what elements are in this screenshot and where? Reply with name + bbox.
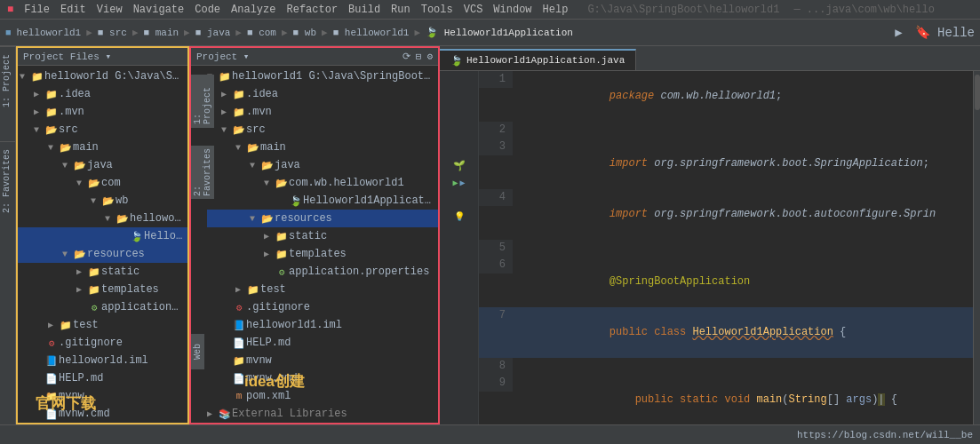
tree-wb[interactable]: ▼ 📂 wb — [18, 192, 187, 210]
menu-vcs[interactable]: VCS — [464, 4, 483, 16]
tree-m-app-props[interactable]: ⚙ application.properties — [207, 263, 438, 281]
tree-label: .mvn — [246, 106, 434, 118]
folder-icon: 📂 — [87, 178, 101, 189]
tree-m-mvnw-cmd[interactable]: 📄 mvnw.cmd — [207, 369, 438, 387]
tree-label: application.prope — [101, 301, 184, 313]
menu-run[interactable]: Run — [391, 4, 410, 16]
tree-java[interactable]: ▼ 📂 java — [18, 156, 187, 174]
project-label[interactable]: Project ▾ — [196, 51, 249, 62]
tree-m-pom[interactable]: m pom.xml — [207, 387, 438, 405]
arrow-icon: ▶ — [207, 408, 218, 419]
tree-m-mvn[interactable]: ▶ 📁 .mvn — [207, 103, 438, 121]
folder-icon: 📁 — [59, 320, 73, 331]
breadcrumb-helloworld1-pkg[interactable]: ■ helloworld1 — [333, 28, 410, 38]
menu-navigate[interactable]: Navigate — [133, 4, 185, 16]
menu-help[interactable]: Help — [543, 4, 569, 16]
tree-label: .mvn — [59, 106, 184, 118]
collapse-icon[interactable]: ⊟ — [416, 51, 422, 62]
debug-gutter-icon[interactable]: ▶ — [460, 178, 466, 188]
tree-help[interactable]: 📄 HELP.md — [18, 369, 187, 387]
code-line-3: 3 import org.springframework.boot.Spring… — [479, 139, 973, 189]
menu-build[interactable]: Build — [348, 4, 380, 16]
tree-label: helloworld.iml — [59, 354, 184, 367]
tree-m-gitignore[interactable]: ⚙ .gitignore — [207, 298, 438, 316]
menu-edit[interactable]: Edit — [60, 4, 86, 16]
menu-view[interactable]: View — [97, 4, 123, 16]
folder-icon: 📂 — [116, 213, 130, 225]
toolbar-bookmark-icon[interactable]: 🔖 Helle — [915, 25, 975, 40]
tree-label: test — [260, 283, 434, 296]
line-num: 9 — [479, 375, 513, 392]
menu-analyze[interactable]: Analyze — [231, 4, 275, 16]
tree-com[interactable]: ▼ 📂 com — [18, 174, 187, 192]
arrow-icon: ▼ — [221, 125, 232, 135]
folder-icon: 📁 — [44, 89, 59, 100]
breadcrumb-helloworld1[interactable]: helloworld1 — [17, 28, 82, 38]
tree-main[interactable]: ▼ 📂 main — [18, 139, 187, 156]
tree-helloworld-pkg[interactable]: ▼ 📂 helloworldi — [18, 210, 187, 227]
breadcrumb-wb[interactable]: ■ wb — [293, 28, 316, 38]
tree-m-src[interactable]: ▼ 📂 src — [207, 121, 438, 139]
menu-code[interactable]: Code — [195, 4, 220, 16]
left-panel-header[interactable]: Project Files ▾ — [18, 48, 187, 66]
editor-scrollbar[interactable] — [973, 71, 980, 424]
tree-resources[interactable]: ▼ 📂 resources — [18, 245, 187, 263]
tree-src[interactable]: ▼ 📂 src — [18, 121, 187, 139]
breadcrumb-main[interactable]: ■ main — [144, 28, 179, 38]
tree-test[interactable]: ▶ 📁 test — [18, 316, 187, 334]
java-icon: 🍃 — [130, 231, 144, 242]
menu-file[interactable]: File — [24, 4, 50, 16]
middle-left-tab[interactable]: 1: Project — [191, 75, 214, 128]
tree-app-properties[interactable]: ⚙ application.prope — [18, 298, 187, 316]
tree-m-java[interactable]: ▼ 📂 java — [207, 156, 438, 174]
tree-helloworld[interactable]: ▼ 📁 helloworld G:\Java\SpringBo — [18, 67, 187, 85]
breadcrumb-active-file[interactable]: 🍃 Helloworld1Application — [426, 27, 573, 38]
tab-icon: 🍃 — [450, 55, 463, 67]
tree-m-idea[interactable]: ▶ 📁 .idea — [207, 85, 438, 103]
tree-helloworld1-app[interactable]: 🍃 Hellowo — [18, 227, 187, 245]
run-gutter-icon[interactable]: ▶ — [452, 178, 458, 188]
arrow-icon: ▶ — [264, 249, 275, 259]
status-url: https://blog.csdn.net/will__be — [797, 430, 973, 440]
editor-gutter: 🌱 ▶ ▶ 💡 — [440, 71, 479, 424]
toolbar-run-icon[interactable]: ▶ — [895, 25, 902, 40]
arrow-icon: ▼ — [76, 178, 87, 188]
menu-window[interactable]: Window — [493, 4, 531, 16]
library-icon: 📚 — [218, 408, 232, 420]
tree-m-resources[interactable]: ▼ 📂 resources — [207, 210, 438, 227]
sync-icon[interactable]: ⟳ — [402, 51, 410, 62]
tree-gitignore[interactable]: ⚙ .gitignore — [18, 334, 187, 352]
tree-m-mvnw[interactable]: 📁 mvnw — [207, 352, 438, 369]
menu-tools[interactable]: Tools — [421, 4, 453, 16]
tree-label: resources — [275, 212, 434, 225]
gear-icon[interactable]: ⚙ — [426, 51, 433, 62]
tab-label: Helloworld1Application.java — [466, 55, 625, 66]
breadcrumb-src[interactable]: ■ src — [98, 28, 127, 38]
tree-m-templates[interactable]: ▶ 📁 templates — [207, 245, 438, 263]
tree-idea[interactable]: ▶ 📁 .idea — [18, 85, 187, 103]
tree-m-main[interactable]: ▼ 📂 main — [207, 139, 438, 156]
breadcrumb-java[interactable]: ■ java — [195, 28, 231, 38]
tree-m-iml[interactable]: 📘 helloworld1.iml — [207, 316, 438, 334]
tree-m-test[interactable]: ▶ 📁 test — [207, 281, 438, 298]
tab-project[interactable]: 1: Project — [0, 46, 15, 115]
tree-static[interactable]: ▶ 📁 static — [18, 263, 187, 281]
tree-templates[interactable]: ▶ 📁 templates — [18, 281, 187, 298]
tree-iml[interactable]: 📘 helloworld.iml — [18, 352, 187, 369]
tree-m-ext-libs[interactable]: ▶ 📚 External Libraries — [207, 405, 438, 423]
tree-mvn[interactable]: ▶ 📁 .mvn — [18, 103, 187, 121]
editor-tab-helloworld1app[interactable]: 🍃 Helloworld1Application.java — [440, 49, 636, 70]
breadcrumb-project[interactable]: ■ — [5, 28, 12, 38]
tab-favorites[interactable]: 2: Favorites — [0, 141, 15, 220]
tree-m-pkg[interactable]: ▼ 📂 com.wb.helloworld1 — [207, 174, 438, 192]
tree-m-helloworld1[interactable]: ▼ 📁 helloworld1 G:\Java\SpringBoot\hello… — [207, 67, 438, 85]
tree-m-app-class[interactable]: 🍃 Helloworld1Application — [207, 192, 438, 210]
menu-refactor[interactable]: Refactor — [286, 4, 338, 16]
middle-fav-tab[interactable]: 2: Favorites — [191, 146, 214, 199]
tree-m-help[interactable]: 📄 HELP.md — [207, 334, 438, 352]
line-code: package com.wb.helloworld1; — [513, 71, 973, 122]
web-tab[interactable]: Web — [191, 334, 204, 369]
breadcrumb-sep6: ▶ — [322, 27, 328, 38]
breadcrumb-com[interactable]: ■ com — [247, 28, 276, 38]
tree-m-static[interactable]: ▶ 📁 static — [207, 227, 438, 245]
